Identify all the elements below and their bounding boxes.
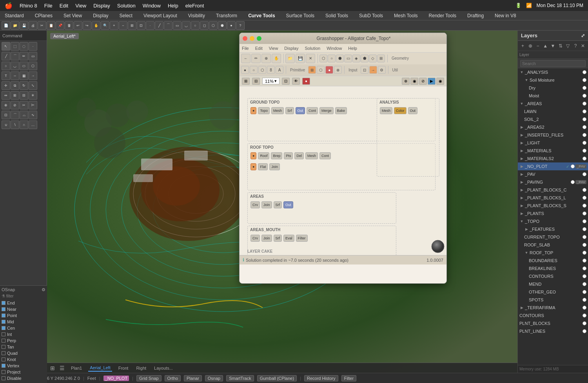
gh-node-gt4[interactable]: Srf (285, 107, 294, 114)
gh-node-am5[interactable]: Filter (296, 235, 308, 242)
menu-file[interactable]: File (44, 3, 53, 9)
layer-item-lawn[interactable]: LAWN (518, 108, 588, 115)
gh-canvas-eye[interactable]: 👁 (292, 78, 300, 85)
layer-item-plant-blocks-l[interactable]: ▶ _PLANT_BLOCKS_L (518, 194, 588, 202)
icon-redo[interactable]: ↪ (83, 21, 91, 30)
gh-node-a2[interactable]: Join (261, 201, 272, 208)
tool-copy2[interactable]: ⧉ (11, 81, 19, 90)
gh-btn-close[interactable]: ✕ (306, 54, 315, 63)
gh-geom-3[interactable]: ⬢ (336, 55, 344, 62)
tool-rotate[interactable]: ↻ (20, 81, 28, 90)
layer-item-materials[interactable]: ▶ _MATERIALS (518, 147, 588, 155)
layer-item-terrafirma[interactable]: ▶ _TERRAFIRMA (518, 304, 588, 312)
tool-array[interactable]: ⊞ (11, 91, 19, 100)
icon-zoom-all[interactable]: ⊞ (128, 21, 136, 30)
icon-zoom-sel[interactable]: ⊡ (137, 21, 145, 30)
gh-node-an1[interactable]: Mesh (380, 107, 392, 114)
layer-expand-terrafirma[interactable]: ▶ (519, 305, 524, 310)
gh-canvas-settings[interactable]: ⊡ (282, 78, 290, 85)
tool-rect2[interactable]: ▭ (29, 52, 37, 60)
tool-boolean-int[interactable]: ∩ (20, 120, 28, 129)
layer-expand-roof-top[interactable]: ▼ (524, 250, 529, 255)
gh-prim-3[interactable]: ⬡ (258, 66, 266, 74)
gh-prim-1[interactable]: ● (241, 66, 249, 74)
gh-node-gt6[interactable]: Cont (307, 107, 318, 114)
layer-item-areas[interactable]: ▼ _AREAS (518, 100, 588, 108)
tool-pt[interactable]: · (29, 42, 37, 51)
icon-help[interactable]: ? (236, 21, 245, 30)
layers-down-btn[interactable]: ▼ (550, 42, 556, 49)
tab-transform[interactable]: Transform (214, 12, 239, 19)
layer-expand-areas[interactable]: ▼ (519, 101, 524, 106)
gh-geom-7[interactable]: ◇ (369, 55, 377, 62)
layer-expand-plants[interactable]: ▶ (519, 211, 524, 216)
icon-circle[interactable]: ○ (191, 21, 200, 30)
gh-node-am3[interactable]: Srf (274, 235, 282, 242)
gh-prim-4[interactable]: 8 (267, 66, 275, 74)
layer-expand-pbc[interactable]: ▶ (519, 188, 524, 192)
gh-btn-open[interactable]: 📁 (285, 54, 295, 63)
layers-expand-icon[interactable]: ⤢ (581, 33, 585, 38)
gh-btn-sketch[interactable]: ✏ (251, 54, 261, 63)
tab-standard[interactable]: Standard (3, 12, 25, 19)
gh-btn-back[interactable]: ← (241, 54, 250, 63)
tab-new-in-v8[interactable]: New in V8 (493, 12, 518, 19)
tool-circle2[interactable]: ○ (2, 62, 10, 70)
icon-copy[interactable]: 📋 (47, 21, 55, 30)
osnap-item-perp[interactable]: Perp (2, 337, 45, 344)
gh-prim-2[interactable]: ○ (250, 66, 258, 74)
icon-mesh[interactable]: ⬢ (218, 21, 227, 30)
gh-node-rt6[interactable]: Mesh (305, 152, 318, 159)
osnap-item-cen[interactable]: Cen (2, 325, 45, 331)
gh-canvas-grid[interactable]: ⊟ (252, 78, 260, 85)
tool-chamfer[interactable]: ⌓ (20, 111, 28, 119)
gh-node-rt1[interactable]: ● (250, 152, 256, 159)
osnap-item-project[interactable]: Project (2, 369, 45, 373)
layer-item-pav[interactable]: ▶ _PAV (518, 170, 588, 178)
icon-pan[interactable]: ✋ (92, 21, 100, 30)
gh-canvas-sphere[interactable]: ◉ (436, 78, 444, 85)
tab-subd-tools[interactable]: SubD Tools (358, 12, 385, 19)
tool-move[interactable]: ✛ (2, 81, 10, 90)
icon-arc[interactable]: ◡ (182, 21, 191, 30)
gh-canvas-disable[interactable]: ⊘ (419, 78, 427, 85)
tool-blend[interactable]: ∿ (29, 111, 37, 119)
tab-select[interactable]: Select (118, 12, 134, 19)
osnap-item-end[interactable]: End (2, 300, 45, 306)
menu-solution[interactable]: Solution (117, 3, 136, 9)
gh-input-1[interactable]: ⊞ (308, 66, 316, 74)
status-filter[interactable]: Filter (341, 375, 356, 381)
tool-explode[interactable]: ✳ (29, 91, 37, 100)
icon-render[interactable]: ● (227, 21, 236, 30)
icon-cut[interactable]: ✂ (38, 21, 46, 30)
gh-canvas-run[interactable]: ▶ (428, 78, 436, 85)
layers-filter-icon[interactable]: ▽ (564, 42, 571, 49)
gh-menu-window[interactable]: Window (327, 46, 342, 51)
gh-node-rt10[interactable]: Join (269, 163, 280, 170)
status-planar[interactable]: Planar (184, 375, 202, 381)
gh-node-rt7[interactable]: Cont (319, 152, 331, 159)
gh-canvas-bake[interactable]: ⊕ (402, 78, 410, 85)
tab-solid-tools[interactable]: Solid Tools (324, 12, 350, 19)
menu-view[interactable]: View (75, 3, 86, 9)
menu-edit[interactable]: Edit (60, 3, 68, 9)
gh-geom-4[interactable]: ▭ (344, 55, 352, 62)
gh-canvas-left[interactable]: ⊞ (242, 78, 250, 85)
layer-item-paving[interactable]: ▶ _PAVING _PAV (518, 178, 588, 186)
gh-node-rt2[interactable]: Roof (258, 152, 269, 159)
tool-boolean-union[interactable]: ∪ (2, 120, 10, 129)
layer-expand-features[interactable]: ▶ (524, 227, 529, 232)
layer-expand-materials2[interactable]: ▶ (519, 156, 524, 161)
gh-node-am4[interactable]: Eval (283, 235, 294, 242)
tab-visibility[interactable]: Visibility (187, 12, 207, 19)
osnap-settings-icon[interactable]: ⚙ (42, 287, 45, 292)
status-ortho[interactable]: Ortho (165, 375, 181, 381)
gh-node-rt9[interactable]: Flat (258, 163, 268, 170)
osnap-item-tan[interactable]: Tan (2, 344, 45, 350)
viewport-tab-front[interactable]: Front (117, 365, 130, 371)
layer-item-contours-rt[interactable]: CONTOURS (518, 272, 588, 280)
gh-node-a1[interactable]: Crv (250, 201, 260, 208)
menu-help[interactable]: Help (168, 3, 178, 9)
icon-zoom-in[interactable]: + (110, 21, 118, 30)
tool-boolean-diff[interactable]: ∖ (11, 120, 19, 129)
